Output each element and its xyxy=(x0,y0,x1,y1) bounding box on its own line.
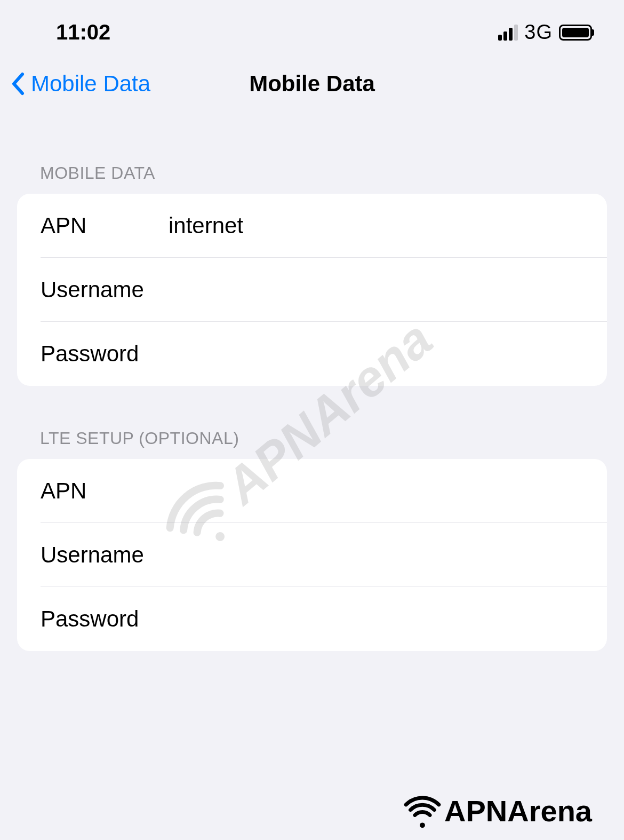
section-header-lte: LTE SETUP (OPTIONAL) xyxy=(0,429,624,459)
password-label: Password xyxy=(41,341,169,367)
status-right: 3G xyxy=(498,21,592,44)
settings-group-lte: APN Username Password xyxy=(17,459,607,651)
lte-password-label: Password xyxy=(41,606,169,632)
status-time: 11:02 xyxy=(56,20,110,44)
lte-username-row[interactable]: Username xyxy=(41,523,607,587)
lte-password-input[interactable] xyxy=(169,606,583,632)
watermark-bottom: APNArena xyxy=(404,792,592,829)
lte-apn-row[interactable]: APN xyxy=(41,459,607,523)
password-input[interactable] xyxy=(169,341,583,367)
lte-apn-input[interactable] xyxy=(169,478,583,504)
password-row[interactable]: Password xyxy=(17,322,607,386)
username-input[interactable] xyxy=(169,277,583,303)
watermark-text-bottom: APNArena xyxy=(444,794,592,828)
chevron-left-icon xyxy=(11,72,27,96)
status-bar: 11:02 3G xyxy=(0,0,624,55)
battery-icon xyxy=(559,25,592,41)
page-title: Mobile Data xyxy=(249,71,375,97)
back-button[interactable]: Mobile Data xyxy=(11,71,150,97)
settings-group-mobile-data: APN Username Password xyxy=(17,194,607,386)
username-row[interactable]: Username xyxy=(41,258,607,322)
section-header-mobile-data: MOBILE DATA xyxy=(0,163,624,194)
lte-username-label: Username xyxy=(41,542,169,568)
apn-input[interactable] xyxy=(169,213,583,239)
apn-label: APN xyxy=(41,213,169,239)
wifi-icon xyxy=(404,792,441,829)
username-label: Username xyxy=(41,277,169,303)
lte-apn-label: APN xyxy=(41,478,169,504)
apn-row[interactable]: APN xyxy=(41,194,607,258)
signal-icon xyxy=(498,25,518,41)
lte-password-row[interactable]: Password xyxy=(17,587,607,651)
lte-username-input[interactable] xyxy=(169,542,583,568)
nav-bar: Mobile Data Mobile Data xyxy=(0,55,624,118)
back-label: Mobile Data xyxy=(31,71,150,97)
network-type: 3G xyxy=(524,21,553,44)
